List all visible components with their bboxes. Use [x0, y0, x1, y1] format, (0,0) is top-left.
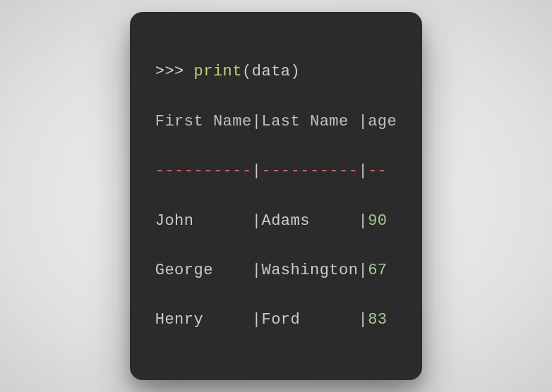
column-separator: | — [358, 113, 368, 130]
separator-dashes: ---------- — [155, 162, 252, 180]
cell-age: 67 — [368, 262, 387, 279]
cell-age: 90 — [368, 212, 387, 230]
column-separator: | — [252, 212, 262, 230]
function-argument: data — [252, 63, 291, 80]
open-paren: ( — [242, 63, 252, 80]
column-separator: | — [358, 212, 368, 230]
cell-last-name: Washington — [261, 262, 358, 279]
table-row: John |Adams |90 — [155, 209, 397, 233]
header-age: age — [368, 113, 397, 130]
separator-dashes: ---------- — [261, 162, 358, 180]
cell-first-name: Henry — [155, 311, 252, 329]
header-first-name: First Name — [155, 113, 252, 130]
cell-first-name: George — [155, 262, 252, 279]
table-row: George |Washington|67 — [155, 258, 397, 283]
column-separator: | — [358, 262, 368, 279]
header-last-name: Last Name — [261, 113, 358, 130]
terminal-output: >>> print(data) First Name|Last Name |ag… — [130, 12, 423, 379]
close-paren: ) — [291, 63, 301, 80]
function-name: print — [194, 63, 243, 80]
column-separator: | — [252, 162, 262, 180]
cell-age: 83 — [368, 311, 387, 329]
column-separator: | — [358, 311, 368, 329]
table-row: Henry |Ford |83 — [155, 307, 397, 332]
repl-prompt: >>> — [155, 63, 194, 80]
table-header-row: First Name|Last Name |age — [155, 109, 397, 134]
cell-first-name: John — [155, 212, 252, 230]
column-separator: | — [252, 311, 262, 329]
command-line: >>> print(data) — [155, 59, 397, 84]
column-separator: | — [252, 262, 262, 279]
column-separator: | — [358, 162, 368, 180]
separator-dashes: -- — [368, 162, 387, 180]
table-separator-row: ----------|----------|-- — [155, 159, 397, 183]
cell-last-name: Adams — [261, 212, 358, 230]
cell-last-name: Ford — [261, 311, 358, 329]
column-separator: | — [252, 113, 262, 130]
